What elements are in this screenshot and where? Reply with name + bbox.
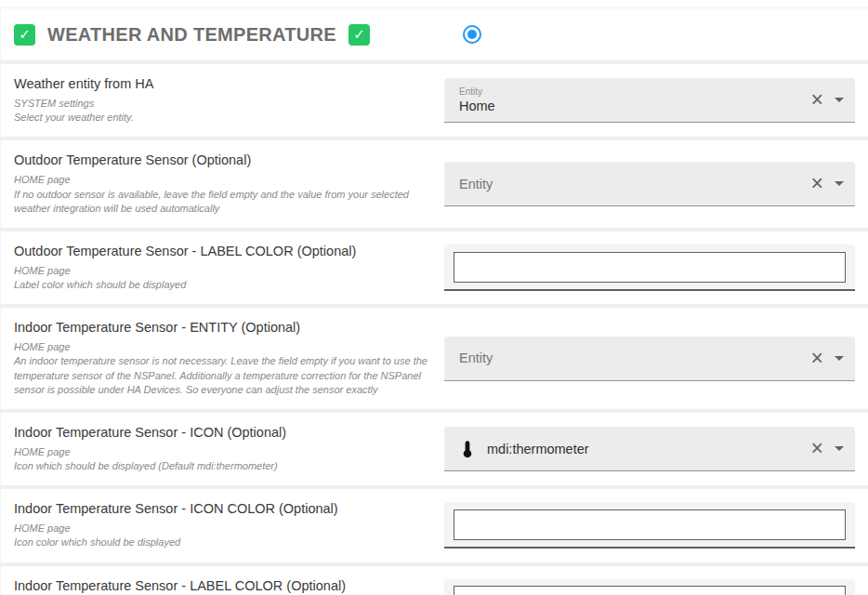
row-text: Weather entity from HA SYSTEM settings S… xyxy=(1,76,444,125)
clear-icon[interactable]: × xyxy=(806,89,829,111)
row-title: Indoor Temperature Sensor - ICON (Option… xyxy=(14,425,433,440)
check-icon: ✓ xyxy=(19,26,31,43)
section-checkbox-right[interactable]: ✓ xyxy=(349,24,370,46)
section-radio[interactable] xyxy=(463,25,481,44)
row-title: Indoor Temperature Sensor - ICON COLOR (… xyxy=(14,501,433,516)
row-subtitle: HOME page xyxy=(14,340,433,354)
section-title: WEATHER AND TEMPERATURE xyxy=(47,24,336,46)
row-title: Indoor Temperature Sensor - LABEL COLOR … xyxy=(14,578,433,593)
row-text: Outdoor Temperature Sensor - LABEL COLOR… xyxy=(1,244,444,292)
indoor-label-color-field xyxy=(444,579,855,595)
settings-page: ✓ WEATHER AND TEMPERATURE ✓ Weather enti… xyxy=(0,0,868,595)
setting-row-indoor-label-color: Indoor Temperature Sensor - LABEL COLOR … xyxy=(0,565,868,595)
weather-entity-select[interactable]: Entity Home × xyxy=(444,78,855,123)
clear-icon[interactable]: × xyxy=(806,348,829,369)
row-subtitle: HOME page xyxy=(14,173,433,187)
outdoor-label-color-field xyxy=(444,245,855,291)
row-text: Indoor Temperature Sensor - ICON COLOR (… xyxy=(1,501,444,549)
row-subtitle: HOME page xyxy=(14,264,433,278)
indoor-icon-color-field xyxy=(444,502,855,549)
row-description: Icon which should be displayed (Default … xyxy=(14,459,433,473)
thermometer-icon xyxy=(457,439,478,459)
row-title: Indoor Temperature Sensor - ENTITY (Opti… xyxy=(14,320,433,335)
row-title: Weather entity from HA xyxy=(14,76,433,91)
row-description: An indoor temperature sensor is not nece… xyxy=(14,354,433,397)
row-text: Indoor Temperature Sensor - LABEL COLOR … xyxy=(1,578,444,595)
setting-row-weather-entity: Weather entity from HA SYSTEM settings S… xyxy=(0,63,868,139)
chevron-down-icon[interactable] xyxy=(835,356,844,361)
row-title: Outdoor Temperature Sensor (Optional) xyxy=(14,152,433,167)
setting-row-outdoor-label-color: Outdoor Temperature Sensor - LABEL COLOR… xyxy=(0,231,868,307)
indoor-entity-select[interactable]: Entity × xyxy=(444,337,855,381)
indoor-icon-select[interactable]: mdi:thermometer × xyxy=(444,427,855,471)
chevron-down-icon[interactable] xyxy=(835,446,844,451)
clear-icon[interactable]: × xyxy=(806,438,829,459)
row-description: Icon color which should be displayed xyxy=(14,536,433,549)
outdoor-label-color-input[interactable] xyxy=(454,252,846,283)
indoor-label-color-input[interactable] xyxy=(454,586,846,595)
check-icon: ✓ xyxy=(353,26,365,43)
setting-row-indoor-entity: Indoor Temperature Sensor - ENTITY (Opti… xyxy=(0,307,868,412)
row-text: Indoor Temperature Sensor - ICON (Option… xyxy=(1,425,444,473)
row-subtitle: HOME page xyxy=(14,445,433,459)
row-subtitle: HOME page xyxy=(14,522,433,536)
field-value: Home xyxy=(459,99,806,113)
setting-row-outdoor-sensor: Outdoor Temperature Sensor (Optional) HO… xyxy=(0,139,868,231)
section-checkbox-left[interactable]: ✓ xyxy=(14,24,35,46)
clear-icon[interactable]: × xyxy=(806,173,829,194)
setting-row-indoor-icon: Indoor Temperature Sensor - ICON (Option… xyxy=(0,412,868,488)
chevron-down-icon[interactable] xyxy=(835,98,844,102)
setting-row-indoor-icon-color: Indoor Temperature Sensor - ICON COLOR (… xyxy=(0,488,868,564)
row-description: If no outdoor sensor is available, leave… xyxy=(14,188,433,216)
row-text: Indoor Temperature Sensor - ENTITY (Opti… xyxy=(1,320,444,397)
radio-dot xyxy=(467,30,477,39)
chevron-down-icon[interactable] xyxy=(835,181,844,186)
field-label: Entity xyxy=(459,86,806,97)
row-subtitle: SYSTEM settings xyxy=(14,97,433,111)
row-title: Outdoor Temperature Sensor - LABEL COLOR… xyxy=(14,244,433,258)
row-description: Select your weather entity. xyxy=(14,111,433,125)
field-placeholder: Entity xyxy=(459,177,806,192)
row-text: Outdoor Temperature Sensor (Optional) HO… xyxy=(1,152,444,216)
section-header: ✓ WEATHER AND TEMPERATURE ✓ xyxy=(0,7,868,63)
indoor-icon-color-input[interactable] xyxy=(454,509,846,540)
field-placeholder: Entity xyxy=(459,350,806,365)
row-description: Label color which should be displayed xyxy=(14,278,433,292)
field-value: mdi:thermometer xyxy=(487,442,806,456)
outdoor-entity-select[interactable]: Entity × xyxy=(444,162,855,206)
